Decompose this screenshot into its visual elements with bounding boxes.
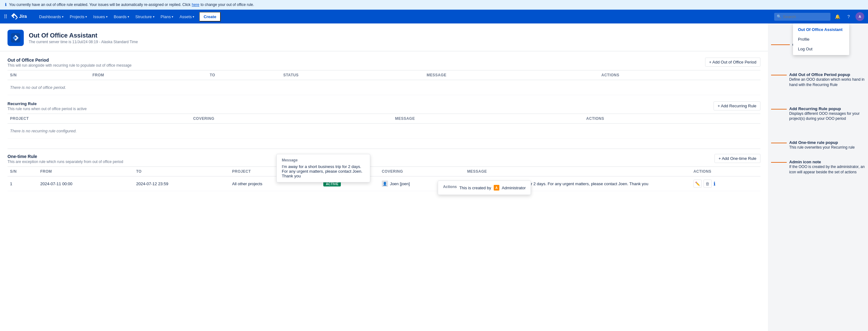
covering-avatar: 👤 <box>382 181 388 187</box>
navbar-plans[interactable]: Plans ▾ <box>158 13 176 20</box>
row-actions: ✏️ 🗑 ℹ <box>691 176 761 191</box>
edit-button[interactable]: ✏️ <box>693 180 702 188</box>
navbar-issues[interactable]: Issues ▾ <box>91 13 110 20</box>
one-time-rule-table-wrapper: S/N From To Project Status Covering Mess… <box>7 167 761 191</box>
app-icon <box>7 30 24 46</box>
dropdown-item-ooo[interactable]: Out Of Office Assistant <box>793 25 849 34</box>
main-content: Out Of Office Assistant The current serv… <box>0 24 768 331</box>
navbar-assets[interactable]: Assets ▾ <box>177 13 197 20</box>
annotation-add-recurring-rule: Add Recurring Rule popup Displays differ… <box>771 107 865 122</box>
svg-text:Jira: Jira <box>19 14 27 19</box>
annotation-add-ooo-text: Add Out of Office Period popup Define an… <box>789 72 865 88</box>
notification-text: You currently have an out of office rule… <box>9 2 190 7</box>
admin-tooltip-content: This is created by A Administrator <box>459 185 526 190</box>
row-from: 2024-07-11 00:00 <box>38 176 134 191</box>
ooo-period-header-text: Out of Office Period This will run along… <box>7 58 132 67</box>
recurring-rule-table-wrapper: Project Covering Message Actions There i… <box>7 114 761 139</box>
add-one-time-rule-button[interactable]: + Add One-time Rule <box>714 154 761 163</box>
arrow-line-admin <box>771 162 787 163</box>
tooltip-message-text: I'm away for a short business trip for 2… <box>282 164 365 178</box>
recurring-rule-header-text: Recurring Rule This rule runs when out o… <box>7 101 87 111</box>
rr-col-project: Project <box>7 114 191 124</box>
one-time-rule-subtitle: This are exception rule which runs separ… <box>7 159 123 164</box>
chevron-down-icon: ▾ <box>153 15 154 19</box>
navbar-projects[interactable]: Projects ▾ <box>67 13 89 20</box>
jira-logo-svg: Jira <box>11 13 32 20</box>
recurring-rule-title: Recurring Rule <box>7 101 87 106</box>
app-title: Out Of Office Assistant <box>29 32 138 39</box>
arrow-line-ot <box>771 143 787 143</box>
col-from: From <box>90 70 207 80</box>
rr-col-actions: Actions <box>584 114 761 124</box>
annotation-panel: Out Of Office Assistant Add Out of Offic… <box>768 24 868 331</box>
annotation-add-ot-text: Add One-time rule popup This rule overwr… <box>789 140 855 150</box>
admin-tooltip-header: Actions <box>443 185 457 189</box>
navbar-structure[interactable]: Structure ▾ <box>133 13 157 20</box>
navbar-logo[interactable]: Jira <box>11 13 32 20</box>
ot-col-actions: Actions <box>691 167 761 176</box>
delete-button[interactable]: 🗑 <box>704 180 712 188</box>
info-button[interactable]: ℹ <box>714 181 715 187</box>
row-sn: 1 <box>7 176 38 191</box>
user-avatar[interactable]: A <box>856 12 864 21</box>
chevron-down-icon: ▾ <box>172 15 173 19</box>
create-button[interactable]: Create <box>199 12 220 22</box>
ot-col-from: From <box>38 167 134 176</box>
notification-text-after: to change your out of office rule. <box>200 2 254 7</box>
ot-col-to: To <box>134 167 230 176</box>
app-header-text: Out Of Office Assistant The current serv… <box>29 32 138 44</box>
annotation-add-rr-desc: Displays different OOO messages for your… <box>789 111 860 121</box>
app-logo-svg <box>11 33 20 42</box>
annotation-add-rr-title: Add Recurring Rule popup <box>789 107 865 111</box>
ooo-period-empty-row: There is no out of office period. <box>7 80 761 95</box>
app-header: Out Of Office Assistant The current serv… <box>0 24 768 51</box>
ooo-period-empty-message: There is no out of office period. <box>7 80 761 95</box>
annotation-add-ot-content: Add One-time rule popup This rule overwr… <box>771 140 865 150</box>
recurring-rule-subtitle: This rule runs when out of office period… <box>7 107 87 111</box>
col-sn: S/N <box>7 70 90 80</box>
add-recurring-rule-button[interactable]: + Add Recurring Rule <box>714 101 761 111</box>
annotation-admin-title: Admin icon note <box>789 159 865 164</box>
notifications-button[interactable]: 🔔 <box>833 12 842 21</box>
svg-rect-1 <box>11 33 20 42</box>
dropdown-item-logout[interactable]: Log Out <box>793 44 849 54</box>
chevron-down-icon: ▾ <box>128 15 129 19</box>
admin-tooltip-name: Administrator <box>502 185 526 190</box>
one-time-rule-header-text: One-time Rule This are exception rule wh… <box>7 154 123 164</box>
annotation-add-ooo-title: Add Out of Office Period popup <box>789 72 865 77</box>
col-to: To <box>207 70 281 80</box>
dropdown-item-profile[interactable]: Profile <box>793 34 849 44</box>
ooo-period-header: Out of Office Period This will run along… <box>7 58 761 67</box>
navbar-boards[interactable]: Boards ▾ <box>111 13 132 20</box>
notification-bar: ℹ You currently have an out of office ru… <box>0 0 868 10</box>
search-wrapper: 🔍 <box>774 13 831 21</box>
annotation-admin-text: Admin icon note If the OOO is created by… <box>789 159 865 175</box>
navbar-dashboards[interactable]: Dashboards ▾ <box>37 13 66 20</box>
help-button[interactable]: ? <box>844 12 853 21</box>
rr-col-covering: Covering <box>191 114 393 124</box>
one-time-rule-title: One-time Rule <box>7 154 123 159</box>
ot-col-covering: Covering <box>379 167 465 176</box>
recurring-rule-section: Recurring Rule This rule runs when out o… <box>7 101 761 139</box>
table-row: 1 2024-07-11 00:00 2024-07-12 23:59 All … <box>7 176 761 191</box>
section-divider <box>7 149 761 149</box>
add-out-of-office-period-button[interactable]: + Add Out of Office Period <box>705 58 761 67</box>
one-time-rule-section: One-time Rule This are exception rule wh… <box>7 154 761 191</box>
ooo-period-table-wrapper: S/N From To Status Message Actions There… <box>7 70 761 95</box>
col-actions: Actions <box>599 70 761 80</box>
one-time-rule-table: S/N From To Project Status Covering Mess… <box>7 167 761 191</box>
search-input[interactable] <box>774 13 831 21</box>
navbar: ⠿ Jira Dashboards ▾ Projects ▾ Issues ▾ … <box>0 10 868 24</box>
action-icons: ✏️ 🗑 ℹ <box>693 180 758 188</box>
chevron-down-icon: ▾ <box>193 15 194 19</box>
notification-link[interactable]: here <box>192 2 199 7</box>
out-of-office-period-section: Out of Office Period This will run along… <box>7 58 761 139</box>
user-dropdown-menu: Out Of Office Assistant Profile Log Out <box>793 24 849 55</box>
recurring-rule-empty-row: There is no recurring rule configured. <box>7 124 761 139</box>
info-icon: ℹ <box>5 2 6 7</box>
grid-icon[interactable]: ⠿ <box>4 14 7 20</box>
col-status: Status <box>281 70 424 80</box>
annotation-add-ooo-period-content: Add Out of Office Period popup Define an… <box>771 72 865 88</box>
col-message: Message <box>424 70 599 80</box>
admin-icon: A <box>494 185 499 190</box>
